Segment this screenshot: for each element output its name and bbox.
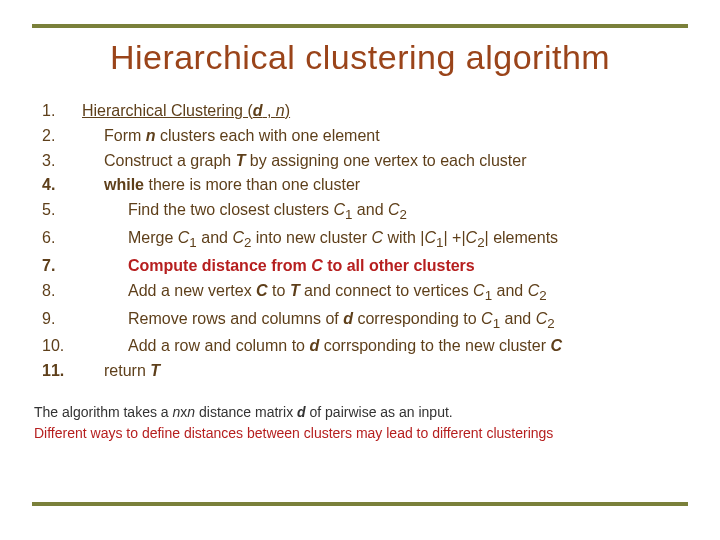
step-text: Add a new vertex C to T and connect to v… (82, 279, 547, 307)
hc-text: Hierarchical Clustering (d , n) (82, 102, 290, 119)
line-number: 4. (42, 173, 82, 198)
algo-line-4: 4. while there is more than one cluster (42, 173, 688, 198)
line-number: 6. (42, 226, 82, 251)
line-number: 3. (42, 149, 82, 174)
footer-line-2: Different ways to define distances betwe… (34, 423, 688, 444)
algo-line-10: 10. Add a row and column to d corrspondi… (42, 334, 688, 359)
step-text: while there is more than one cluster (82, 173, 360, 198)
algo-line-3: 3. Construct a graph T by assigning one … (42, 149, 688, 174)
footer-line-1: The algorithm takes a nxn distance matri… (34, 402, 688, 423)
algo-line-1: 1. Hierarchical Clustering (d , n) (42, 99, 688, 124)
step-text: Compute distance from C to all other clu… (82, 254, 475, 279)
line-number: 5. (42, 198, 82, 223)
slide: Hierarchical clustering algorithm 1. Hie… (0, 0, 720, 540)
bottom-rule (32, 502, 688, 506)
algo-line-8: 8. Add a new vertex C to T and connect t… (42, 279, 688, 307)
algo-line-2: 2. Form n clusters each with one element (42, 124, 688, 149)
line-number: 1. (42, 99, 82, 124)
line-number: 9. (42, 307, 82, 332)
step-text: Hierarchical Clustering (d , n) (82, 99, 290, 124)
footer-note: The algorithm takes a nxn distance matri… (32, 402, 688, 444)
step-text: Remove rows and columns of d correspondi… (82, 307, 555, 335)
step-text: Add a row and column to d corrsponding t… (82, 334, 562, 359)
line-number: 11. (42, 359, 82, 384)
algo-line-11: 11. return T (42, 359, 688, 384)
line-number: 8. (42, 279, 82, 304)
line-number: 2. (42, 124, 82, 149)
line-number: 10. (42, 334, 82, 359)
algo-line-6: 6. Merge C1 and C2 into new cluster C wi… (42, 226, 688, 254)
step-text: Form n clusters each with one element (82, 124, 380, 149)
slide-title: Hierarchical clustering algorithm (32, 38, 688, 77)
step-text: Construct a graph T by assigning one ver… (82, 149, 526, 174)
algo-line-5: 5. Find the two closest clusters C1 and … (42, 198, 688, 226)
step-text: return T (82, 359, 160, 384)
step-text: Find the two closest clusters C1 and C2 (82, 198, 407, 226)
algo-line-7: 7. Compute distance from C to all other … (42, 254, 688, 279)
step-text: Merge C1 and C2 into new cluster C with … (82, 226, 558, 254)
top-rule (32, 24, 688, 28)
algorithm-block: 1. Hierarchical Clustering (d , n) 2. Fo… (42, 99, 688, 384)
algo-line-9: 9. Remove rows and columns of d correspo… (42, 307, 688, 335)
line-number: 7. (42, 254, 82, 279)
